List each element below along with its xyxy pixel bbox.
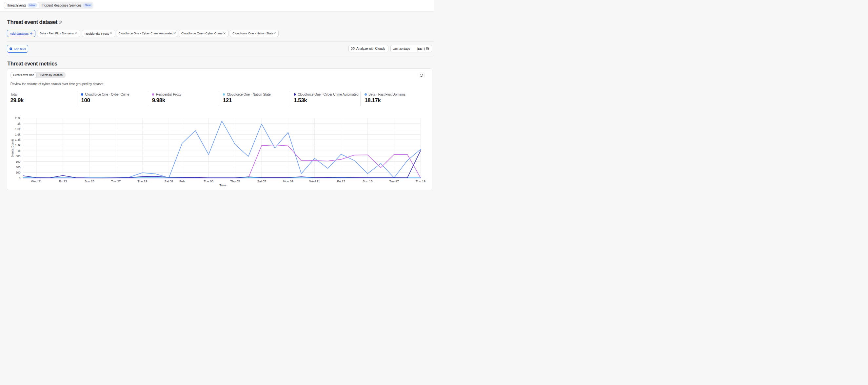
svg-text:Time: Time [219,183,226,187]
svg-text:2.2k: 2.2k [15,116,21,120]
svg-text:Sun 15: Sun 15 [363,179,373,183]
svg-text:Wed 11: Wed 11 [309,179,320,183]
svg-text:2k: 2k [18,122,21,126]
svg-text:Thu 29: Thu 29 [137,179,147,183]
svg-text:Tue 27: Tue 27 [111,179,121,183]
svg-text:Sat 31: Sat 31 [164,179,174,183]
svg-text:Tue 03: Tue 03 [204,179,214,183]
svg-text:0: 0 [19,176,21,180]
svg-text:1k: 1k [18,149,21,152]
svg-text:Fri 13: Fri 13 [337,179,345,183]
svg-text:1.2k: 1.2k [15,144,21,147]
svg-text:Sun 25: Sun 25 [84,179,94,183]
svg-text:Thu 05: Thu 05 [230,179,240,183]
svg-text:800: 800 [16,154,21,158]
svg-text:Fri 23: Fri 23 [59,179,67,183]
svg-text:Thu 19: Thu 19 [416,179,426,183]
svg-text:Feb: Feb [179,179,185,183]
svg-text:Tue 17: Tue 17 [389,179,399,183]
svg-text:Wed 21: Wed 21 [31,179,42,183]
svg-text:1.4k: 1.4k [15,138,21,141]
svg-text:Mon 09: Mon 09 [283,179,293,183]
svg-text:600: 600 [16,160,21,163]
svg-text:1.8k: 1.8k [15,127,21,131]
svg-text:1.6k: 1.6k [15,133,21,136]
svg-text:Sat 07: Sat 07 [257,179,266,183]
svg-text:400: 400 [16,166,21,169]
svg-text:200: 200 [16,171,21,174]
svg-text:Events (Count): Events (Count) [11,139,14,158]
